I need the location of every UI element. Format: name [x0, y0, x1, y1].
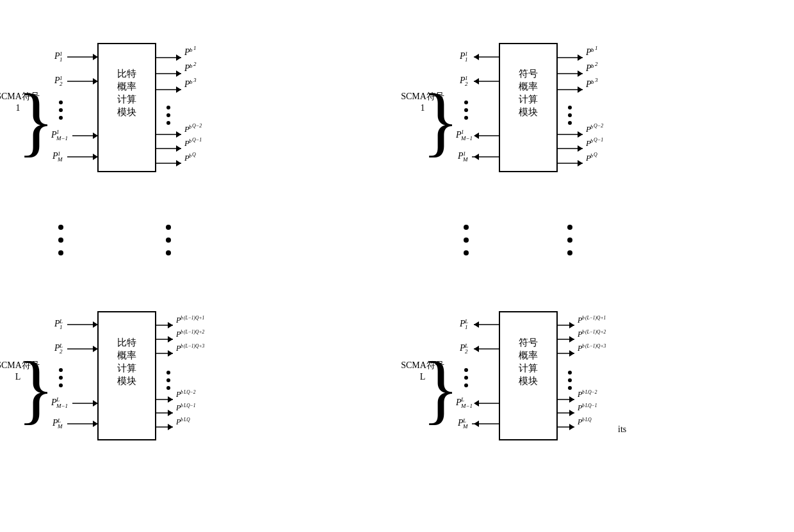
out-arrowhead-pblq2-bottom-right	[569, 396, 574, 403]
out-pblq-sub-bottom-right: b	[582, 417, 585, 423]
dot-out3-top-left	[166, 121, 170, 125]
out-arrowhead-pb-lq1-bottom-left	[168, 322, 173, 328]
vdot-center-right-1	[567, 225, 572, 230]
out-pb-lq3-subsub-bottom-left: (L−1)Q+3	[184, 343, 204, 349]
brace-top-left: }	[17, 79, 54, 164]
out-pblq2-subsub-bottom-left: LQ−2	[183, 389, 196, 395]
out-pbq2-sub-top-right: b	[590, 124, 593, 130]
arrowhead-p1-bottom-left	[93, 321, 98, 328]
arrowhead-pm-bottom-right	[474, 421, 479, 427]
box-text3-bottom-right: 计算	[519, 363, 538, 373]
out-pbq2-subsub-top-right: Q−2	[594, 123, 603, 129]
out-arrowhead-pb-lq3-bottom-right	[569, 350, 574, 357]
arrowhead-pm1-top-left	[93, 133, 98, 139]
input-p2-sub-bottom-left: 2	[60, 348, 63, 355]
out-arrowhead-pbq-top-left	[176, 160, 181, 166]
out-arrowhead-pblq-bottom-left	[168, 424, 173, 430]
out-pbq-subsub-top-left: Q	[192, 152, 196, 157]
dot3-bottom-right	[464, 383, 468, 387]
arrowhead-pm1-bottom-left	[93, 400, 98, 407]
input-pm1-sub-bottom-left: M−1	[56, 403, 68, 409]
out-arrowhead-pblq2-bottom-left	[168, 396, 173, 403]
out-pb1-subsub-top-right: 1	[595, 45, 598, 51]
box-text4-bottom-left: 模块	[117, 376, 136, 386]
arrowhead-p2-top-right	[474, 78, 479, 85]
input-pm-sub-top-left: M	[57, 156, 63, 163]
out-arrowhead-pb1-top-right	[578, 54, 583, 61]
out-pb-lq1-subsub-bottom-right: (L−1)Q+1	[585, 315, 606, 321]
out-arrowhead-pb2-top-left	[176, 70, 181, 77]
dot-out2-bottom-left	[166, 378, 170, 382]
arrowhead-p2-bottom-left	[93, 346, 98, 352]
out-pbq-sub-top-left: b	[189, 153, 191, 159]
out-pb-lq3-subsub-bottom-right: (L−1)Q+3	[585, 343, 606, 349]
vdot-left-2	[58, 238, 63, 243]
out-pb-lq1-sub-bottom-left: b	[181, 315, 183, 321]
box-text3-bottom-left: 计算	[117, 363, 136, 373]
input-pm1-sub-top-left: M−1	[56, 135, 68, 141]
page: SCMA符号 1 } P 1 1 P 1 2 P 1 M−1 P 1 M	[0, 0, 794, 532]
dot2-bottom-left	[59, 376, 63, 380]
arrowhead-pm-top-right	[474, 154, 479, 160]
arrowhead-p2-top-left	[93, 78, 98, 85]
out-pb1-sub-top-left: b	[190, 47, 193, 53]
out-arrowhead-pbq2-top-right	[578, 131, 583, 138]
box-text4-top-right: 模块	[519, 107, 538, 117]
out-arrowhead-pb-lq2-bottom-right	[569, 336, 574, 343]
input-p1-sub-top-right: 1	[465, 56, 468, 63]
out-pblq1-sub-bottom-right: b	[582, 403, 585, 408]
box-text3-top-right: 计算	[519, 94, 538, 104]
dot1-bottom-left	[59, 368, 63, 372]
out-pb2-sub-top-left: b	[190, 63, 193, 69]
box-text1-top-right: 符号	[519, 69, 538, 79]
out-pbq2-subsub-top-left: Q−2	[192, 123, 202, 129]
input-pm-sub-bottom-right: M	[462, 423, 468, 430]
brace-bottom-right: }	[422, 346, 459, 431]
box-text2-top-left: 概率	[117, 81, 136, 92]
out-pb2-subsub-top-left: 2	[193, 61, 197, 67]
out-pbq1-subsub-top-right: Q−1	[594, 137, 603, 143]
vdot-right-2	[464, 238, 469, 243]
vdot-center-left-2	[166, 238, 171, 243]
dot-out1-bottom-right	[568, 371, 572, 375]
dot-out1-top-right	[568, 106, 572, 109]
dot-out1-top-left	[166, 106, 170, 109]
input-p1-sub-top-left: 1	[60, 56, 63, 63]
out-pblq1-subsub-bottom-left: LQ−1	[183, 403, 195, 408]
dot2-bottom-right	[464, 376, 468, 380]
dot-out2-bottom-right	[568, 378, 572, 382]
dot1-bottom-right	[464, 368, 468, 372]
out-arrowhead-pbq1-top-right	[578, 145, 583, 152]
out-pblq2-subsub-bottom-right: LQ−2	[585, 389, 597, 395]
dot2-top-right	[464, 108, 468, 112]
vdot-center-right-2	[567, 238, 572, 243]
out-pblq-subsub-bottom-left: LQ	[183, 417, 190, 423]
dot1-top-right	[464, 101, 468, 104]
input-p2-sub-bottom-right: 2	[465, 348, 468, 355]
vdot-left-1	[58, 225, 63, 230]
out-arrowhead-pblq1-bottom-right	[569, 410, 574, 416]
box-text1-bottom-left: 比特	[117, 337, 136, 348]
box-text2-bottom-right: 概率	[519, 350, 538, 360]
dot-out3-top-right	[568, 121, 572, 125]
out-pbq1-sub-top-left: b	[189, 138, 191, 144]
brace-top-right: }	[422, 79, 459, 164]
arrowhead-p2-bottom-right	[474, 346, 479, 352]
input-pm1-sup-bottom-right: L	[460, 396, 464, 403]
arrowhead-p1-bottom-right	[474, 321, 479, 328]
out-pb1-subsub-top-left: 1	[193, 45, 197, 51]
arrowhead-p1-top-left	[93, 54, 98, 60]
out-pblq-subsub-bottom-right: LQ	[585, 417, 592, 423]
box-text4-bottom-right: 模块	[519, 376, 538, 386]
vdot-right-3	[464, 250, 469, 255]
arrowhead-pm-bottom-left	[93, 421, 98, 427]
input-pm1-sup-bottom-left: L	[56, 396, 60, 403]
input-p1-sub-bottom-right: 1	[465, 324, 468, 330]
out-pb-lq2-sub-bottom-right: b	[582, 329, 585, 335]
brace-bottom-left: }	[17, 346, 54, 431]
out-pb-lq2-subsub-bottom-left: (L−1)Q+2	[184, 329, 204, 335]
arrowhead-pm1-top-right	[474, 133, 479, 139]
box-text4-top-left: 模块	[117, 107, 136, 117]
dot-out1-bottom-left	[166, 371, 170, 375]
out-arrowhead-pbq1-top-left	[176, 145, 181, 152]
